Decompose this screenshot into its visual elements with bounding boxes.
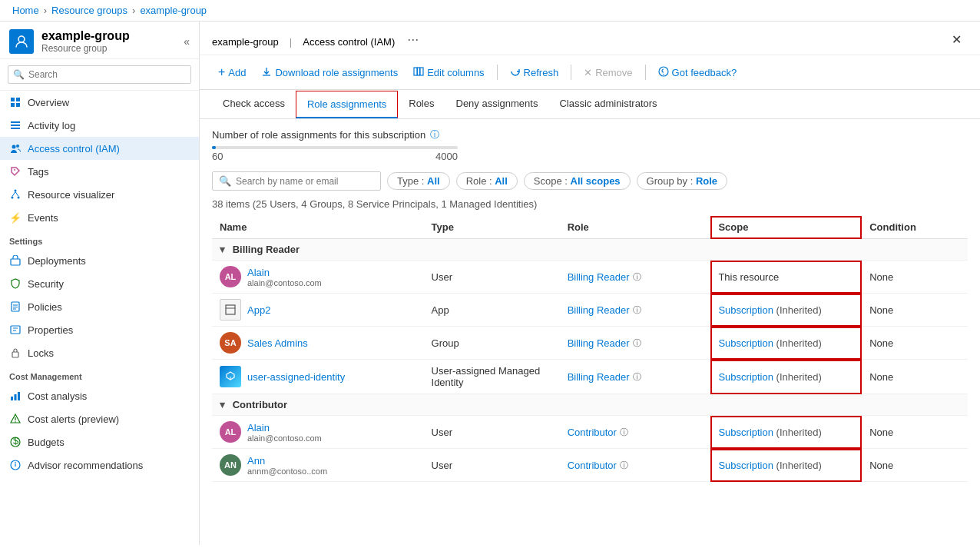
svg-rect-37: [418, 68, 420, 75]
toolbar-divider3: [645, 65, 646, 80]
tab-roles[interactable]: Roles: [398, 90, 445, 118]
sidebar-search-wrap: 🔍: [0, 59, 199, 91]
sidebar-collapse-button[interactable]: «: [184, 35, 190, 48]
subscription-bar-fill: [212, 146, 216, 149]
breadcrumb-example-group[interactable]: example-group: [140, 5, 207, 16]
grid-icon: [9, 96, 22, 108]
info-icon[interactable]: ⓘ: [633, 371, 641, 383]
sidebar-item-access-control[interactable]: Access control (IAM): [0, 137, 199, 160]
filter-type[interactable]: Type : All: [387, 172, 450, 190]
sidebar-item-cost-alerts[interactable]: Cost alerts (preview): [0, 407, 199, 430]
info-icon[interactable]: ⓘ: [430, 128, 439, 141]
role-link[interactable]: Billing Reader ⓘ: [568, 371, 704, 383]
role-link[interactable]: Billing Reader ⓘ: [568, 337, 704, 349]
col-scope[interactable]: Scope: [710, 216, 862, 239]
filter-search[interactable]: 🔍: [212, 171, 381, 191]
info-icon[interactable]: ⓘ: [620, 427, 628, 438]
diagram-icon: [9, 188, 22, 201]
role-link[interactable]: Contributor ⓘ: [568, 460, 704, 471]
sidebar: example-group Resource group « 🔍 Overvie…: [0, 22, 200, 545]
name-cell-uai: user-assigned-identity: [212, 360, 424, 394]
role-link[interactable]: Billing Reader ⓘ: [568, 304, 704, 316]
info-icon[interactable]: ⓘ: [633, 271, 641, 283]
user-link[interactable]: Alain: [247, 267, 270, 278]
sidebar-item-resource-visualizer[interactable]: Resource visualizer: [0, 183, 199, 206]
sidebar-item-policies[interactable]: Policies: [0, 295, 199, 318]
toolbar-divider2: [571, 65, 571, 80]
filter-scope[interactable]: Scope : All scopes: [524, 172, 631, 190]
sidebar-item-locks[interactable]: Locks: [0, 341, 199, 364]
close-button[interactable]: ✕: [945, 28, 968, 51]
avatar: [220, 366, 241, 387]
sidebar-item-overview[interactable]: Overview: [0, 91, 199, 114]
filter-group-by[interactable]: Group by : Role: [637, 172, 727, 190]
download-icon: [261, 66, 272, 79]
tab-deny-assignments[interactable]: Deny assignments: [445, 90, 549, 118]
sidebar-search-input[interactable]: [8, 65, 191, 84]
sidebar-item-budgets[interactable]: $ Budgets: [0, 430, 199, 453]
svg-rect-26: [15, 394, 17, 400]
sidebar-item-label: Tags: [28, 166, 48, 178]
role-link[interactable]: Billing Reader ⓘ: [568, 271, 704, 283]
info-icon[interactable]: ⓘ: [620, 460, 628, 471]
col-condition[interactable]: Condition: [862, 216, 968, 239]
refresh-button[interactable]: Refresh: [504, 62, 565, 83]
chart-icon: [9, 390, 22, 402]
sidebar-item-properties[interactable]: Properties: [0, 318, 199, 341]
scope-link[interactable]: Subscription: [718, 304, 773, 316]
scope-link[interactable]: Subscription: [718, 460, 773, 471]
feedback-icon: [658, 66, 669, 79]
scope-link[interactable]: Subscription: [718, 337, 773, 349]
col-type[interactable]: Type: [424, 216, 560, 239]
scope-link[interactable]: Subscription: [718, 427, 773, 438]
tab-classic-administrators[interactable]: Classic administrators: [548, 90, 667, 118]
sidebar-item-security[interactable]: Security: [0, 272, 199, 295]
sidebar-item-deployments[interactable]: Deployments: [0, 249, 199, 272]
feedback-button[interactable]: Got feedback?: [652, 62, 743, 83]
role-link[interactable]: Contributor ⓘ: [568, 427, 704, 438]
edit-columns-button[interactable]: Edit columns: [407, 62, 490, 83]
chevron-down-icon[interactable]: ▾: [220, 399, 225, 410]
svg-point-8: [12, 145, 16, 149]
subscription-label: Number of role assignments for this subs…: [212, 128, 968, 141]
chevron-down-icon[interactable]: ▾: [220, 244, 225, 255]
resource-icon: [9, 29, 34, 54]
sidebar-item-label: Access control (IAM): [28, 143, 120, 154]
col-name[interactable]: Name: [212, 216, 424, 239]
search-by-name-input[interactable]: [236, 176, 374, 187]
remove-button[interactable]: ✕ Remove: [578, 63, 638, 82]
info-icon[interactable]: ⓘ: [633, 337, 641, 349]
add-button[interactable]: + Add: [212, 61, 252, 83]
breadcrumb-resource-groups[interactable]: Resource groups: [51, 5, 127, 16]
download-button[interactable]: Download role assignments: [255, 62, 404, 83]
sidebar-item-events[interactable]: ⚡ Events: [0, 206, 199, 229]
user-link[interactable]: App2: [247, 304, 270, 316]
sidebar-item-label: Policies: [28, 301, 62, 313]
sidebar-item-tags[interactable]: Tags: [0, 160, 199, 183]
more-button[interactable]: ···: [401, 28, 425, 51]
sidebar-subtitle: Resource group: [41, 43, 130, 54]
col-role[interactable]: Role: [560, 216, 711, 239]
user-link[interactable]: Alain: [247, 422, 270, 433]
svg-point-0: [18, 36, 25, 42]
shield-icon: [9, 277, 22, 290]
tab-role-assignments[interactable]: Role assignments: [296, 91, 398, 118]
sidebar-item-activity-log[interactable]: Activity log: [0, 114, 199, 137]
scope-link[interactable]: Subscription: [718, 371, 773, 383]
user-link[interactable]: Ann: [247, 455, 265, 467]
tab-check-access[interactable]: Check access: [212, 90, 296, 118]
items-summary: 38 items (25 Users, 4 Groups, 8 Service …: [212, 198, 968, 210]
group-row-billing-reader: ▾ Billing Reader: [212, 239, 968, 261]
assignments-table: Name Type Role Scope Condition ▾ Bil: [212, 216, 968, 482]
user-link[interactable]: Sales Admins: [247, 337, 308, 349]
user-link[interactable]: user-assigned-identity: [247, 371, 345, 383]
sidebar-item-cost-analysis[interactable]: Cost analysis: [0, 384, 199, 407]
filter-role[interactable]: Role : All: [456, 172, 518, 190]
svg-rect-4: [16, 103, 20, 107]
search-icon: 🔍: [13, 69, 25, 80]
sidebar-item-label: Deployments: [28, 255, 86, 267]
cost-section-label: Cost Management: [0, 364, 199, 384]
sidebar-item-advisor[interactable]: Advisor recommendations: [0, 453, 199, 477]
info-icon[interactable]: ⓘ: [633, 304, 641, 316]
breadcrumb-home[interactable]: Home: [12, 5, 39, 16]
